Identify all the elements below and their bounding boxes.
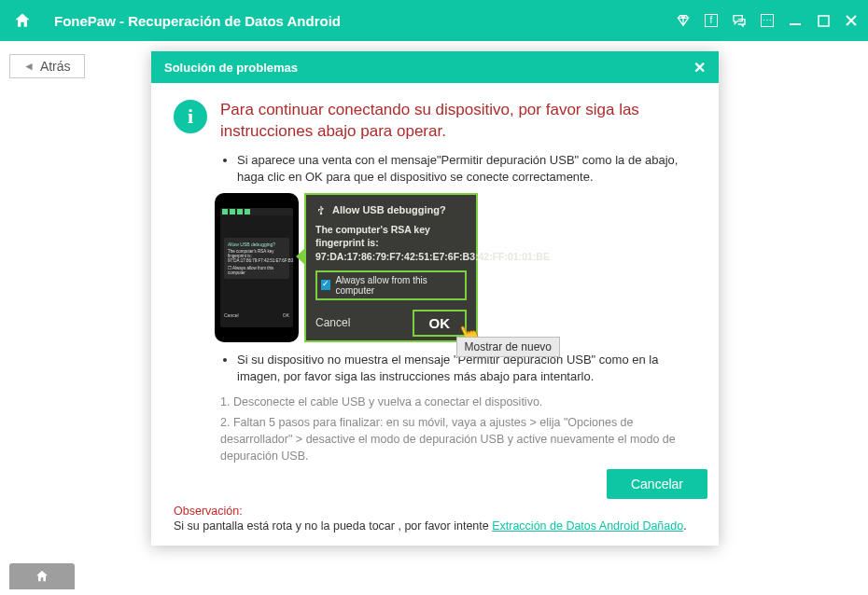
chevron-left-icon: ◄ [23,60,35,73]
phone-popup-always: ☐ Always allow from this computer [228,266,286,275]
note-block: Observación: Si su pantalla está rota y … [174,505,696,533]
svg-point-4 [320,213,323,215]
zoom-always-checkbox: Always allow from this computer [315,270,467,300]
facebook-icon[interactable]: f [702,11,721,30]
checkbox-icon [321,280,330,290]
note-text: Si su pantalla está rota y no la pueda t… [174,519,696,533]
phone-popup-body: The computer's RSA key fingerprint is: 9… [228,249,286,263]
feedback-icon[interactable] [730,11,749,30]
home-icon [35,569,49,584]
dialog-body: i Para continuar conectando su dispositi… [151,83,719,546]
zoom-title: Allow USB debugging? [332,204,446,215]
home-icon [13,11,32,30]
zoomed-popup: Allow USB debugging? The computer's RSA … [304,193,478,342]
app-title: FonePaw - Recuperación de Datos Android [54,13,341,29]
window-controls: f ⋯ [674,0,861,41]
usb-icon [315,204,327,215]
step-2: 2. Faltan 5 pasos para finalizar: en su … [220,414,696,464]
zoom-ok-button: OK 👆 [413,310,468,337]
phone-mock: Allow USB debugging? The computer's RSA … [215,193,299,342]
instruction-bullet-1: Si aparece una venta con el mensaje"Perm… [237,152,696,186]
minimize-button[interactable] [786,11,805,30]
back-label: Atrás [40,59,71,74]
dialog-title: Solución de problemas [164,61,298,75]
bottom-home-tab[interactable] [9,563,75,589]
step-1: 1. Desconecte el cable USB y vuelva a co… [220,394,696,410]
phone-ok: OK [283,312,289,318]
zoom-cancel: Cancel [315,316,350,329]
close-button[interactable] [842,11,861,30]
cancel-button[interactable]: Cancelar [607,469,707,499]
zoom-fp-value: 97:DA:17:86:79:F7:42:51:E7:6F:B3:42:FF:0… [315,250,467,263]
note-label: Observación: [174,505,696,518]
dialog-headline: Para continuar conectando su dispositivo… [220,100,696,143]
back-button[interactable]: ◄ Atrás [9,54,85,78]
sub-steps: 1. Desconecte el cable USB y vuelva a co… [220,394,696,465]
dialog-header: Solución de problemas ✕ [151,51,719,83]
dialog-close-button[interactable]: ✕ [693,59,706,76]
illustration: Allow USB debugging? The computer's RSA … [215,193,696,342]
home-button[interactable] [9,7,35,34]
titlebar: FonePaw - Recuperación de Datos Android … [0,0,868,41]
phone-cancel: Cancel [224,312,239,318]
zoom-always-label: Always allow from this computer [335,275,461,296]
troubleshoot-dialog: Solución de problemas ✕ i Para continuar… [151,51,719,546]
diamond-icon[interactable] [674,11,693,30]
zoom-fp-label: The computer's RSA key fingerprint is: [315,223,467,249]
info-icon: i [174,100,207,133]
maximize-button[interactable] [814,11,833,30]
show-again-button[interactable]: Mostrar de nuevo [456,337,560,357]
phone-popup-title: Allow USB debugging? [228,242,286,247]
svg-rect-1 [819,16,829,26]
broken-extraction-link[interactable]: Extracción de Datos Android Dañado [492,519,683,533]
menu-icon[interactable]: ⋯ [758,11,777,30]
